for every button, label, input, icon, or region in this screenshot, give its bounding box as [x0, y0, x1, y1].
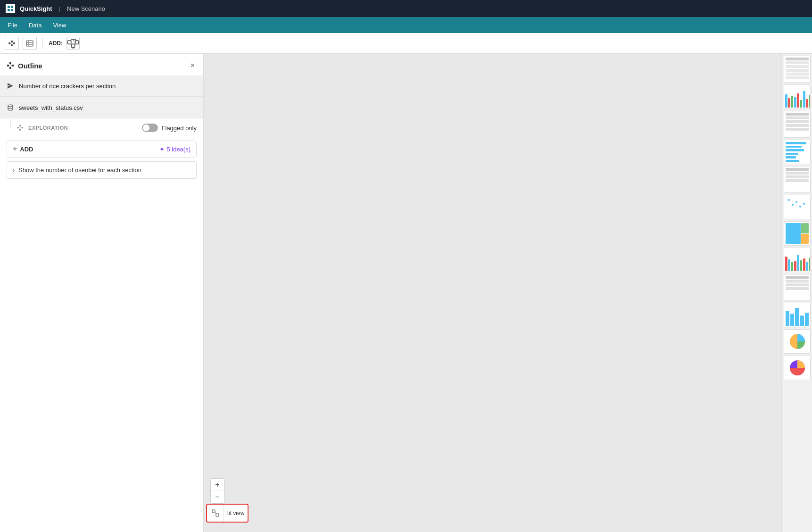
sparkle-icon: ✦ [159, 146, 165, 153]
fit-view-button[interactable]: fit view [206, 504, 249, 523]
zoom-controls: + − [210, 478, 224, 504]
zoom-in-button[interactable]: + [211, 479, 224, 491]
fit-view-label: fit view [224, 505, 248, 522]
thumbnail-4[interactable] [784, 140, 811, 164]
outline-header-left: Outline [7, 62, 42, 70]
outline-panel: Outline × Number of rice crackers per se… [0, 54, 204, 532]
svg-rect-1 [11, 6, 13, 8]
flagged-toggle[interactable] [142, 124, 158, 132]
main-layout: Outline × Number of rice crackers per se… [0, 54, 812, 532]
svg-rect-16 [67, 41, 71, 44]
ideas-count: 5 idea(s) [166, 146, 191, 153]
toolbar-divider [42, 38, 43, 49]
svg-rect-35 [19, 125, 21, 126]
thumbnail-2[interactable] [784, 84, 811, 109]
svg-rect-27 [9, 67, 11, 69]
svg-rect-28 [12, 65, 14, 66]
svg-rect-12 [26, 41, 33, 46]
table-view-button[interactable] [23, 37, 37, 50]
tree-line [10, 119, 10, 128]
thumbnail-5[interactable] [784, 166, 811, 193]
chevron-right-icon: › [13, 167, 15, 174]
menu-view[interactable]: View [52, 20, 67, 31]
exploration-label: EXPLORATION [28, 125, 68, 131]
svg-rect-36 [19, 129, 21, 131]
svg-rect-5 [11, 41, 13, 42]
add-button[interactable]: + ADD ✦ 5 idea(s) [7, 141, 197, 158]
scenario-name: New Scenario [67, 5, 105, 12]
top-bar-divider: | [59, 5, 60, 12]
svg-rect-43 [216, 514, 219, 516]
thumbnail-8[interactable] [784, 248, 811, 272]
thumbnail-9[interactable] [784, 274, 811, 301]
svg-rect-25 [7, 65, 9, 66]
zoom-out-button[interactable]: − [211, 491, 224, 503]
right-thumbnails-panel [781, 54, 812, 532]
outline-icon [7, 62, 14, 69]
add-label: ADD: [49, 40, 63, 47]
thumbnail-7[interactable] [784, 221, 811, 246]
thumbnail-10[interactable] [784, 303, 811, 327]
database-icon [7, 104, 14, 111]
toolbar: ADD: [0, 33, 812, 54]
menu-bar: File Data View [0, 17, 812, 33]
thumbnail-3[interactable] [784, 111, 811, 138]
outline-item-analysis[interactable]: Number of rice crackers per section [0, 75, 203, 97]
svg-rect-0 [8, 6, 10, 8]
topology-view-button[interactable] [5, 37, 19, 50]
outline-header: Outline × [0, 54, 203, 75]
svg-rect-18 [71, 44, 75, 47]
svg-rect-2 [8, 9, 10, 11]
menu-data[interactable]: Data [28, 20, 42, 31]
svg-rect-4 [8, 42, 10, 44]
app-logo [6, 4, 15, 13]
flagged-label: Flagged only [162, 125, 197, 132]
svg-line-45 [215, 513, 216, 514]
thumbnail-11[interactable] [784, 329, 811, 354]
fit-view-container: fit view [206, 504, 249, 523]
outline-close-button[interactable]: × [188, 60, 198, 71]
outline-item-csv-label: sweets_with_status.csv [19, 104, 83, 111]
exploration-section: EXPLORATION Flagged only [0, 119, 203, 137]
toggle-knob [143, 125, 149, 131]
add-plus-icon: + [13, 145, 17, 153]
fit-view-icon [207, 505, 224, 522]
add-label: ADD [20, 146, 157, 153]
flagged-toggle-area: Flagged only [142, 124, 197, 132]
thumbnail-6[interactable] [784, 195, 811, 219]
app-name: QuickSight [20, 5, 52, 12]
svg-rect-34 [17, 127, 19, 128]
top-bar: QuickSight | New Scenario [0, 0, 812, 17]
show-osenbei-item[interactable]: › Show the number of osenbei for each se… [7, 161, 197, 179]
svg-rect-7 [13, 42, 15, 44]
svg-rect-37 [22, 127, 23, 128]
show-item-text: Show the number of osenbei for each sect… [18, 166, 141, 174]
outline-item-datasource[interactable]: sweets_with_status.csv [0, 97, 203, 118]
outline-item-analysis-label: Number of rice crackers per section [19, 83, 116, 90]
menu-file[interactable]: File [7, 20, 18, 31]
exploration-icon [17, 125, 24, 131]
outline-title: Outline [18, 62, 42, 70]
thumbnail-1[interactable] [784, 56, 811, 83]
svg-rect-3 [11, 9, 13, 11]
canvas-area[interactable]: + − fit view [204, 54, 781, 532]
svg-rect-26 [9, 62, 11, 64]
thumbnail-12[interactable] [784, 356, 811, 380]
svg-point-33 [8, 105, 13, 107]
ideas-badge: ✦ 5 idea(s) [159, 146, 191, 153]
add-node-button[interactable] [66, 37, 80, 50]
fit-view-text: fit view [227, 510, 245, 516]
send-icon [7, 82, 14, 90]
